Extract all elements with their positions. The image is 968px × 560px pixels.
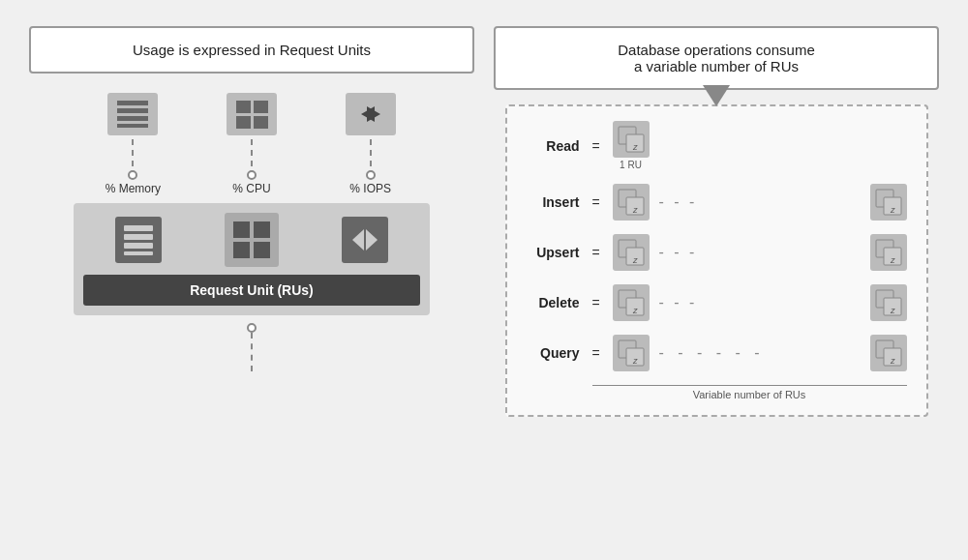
upsert-ru-icon-right: z: [870, 234, 907, 271]
query-dashes: - - - - - -: [659, 344, 861, 362]
left-title: Usage is expressed in Request Units: [29, 26, 474, 74]
svg-text:z: z: [890, 205, 895, 215]
memory-dashed-line: [132, 139, 134, 166]
svg-text:z: z: [632, 142, 638, 152]
read-ru-label: 1 RU: [620, 160, 642, 170]
svg-rect-12: [124, 243, 153, 249]
ru-dashed-line-below: [251, 333, 253, 371]
svg-rect-17: [254, 242, 270, 258]
variable-label-group: Variable number of RUs: [592, 385, 907, 400]
insert-dashes: - - -: [659, 193, 861, 211]
svg-rect-13: [124, 251, 153, 255]
right-panel: Database operations consume a variable n…: [494, 26, 939, 534]
upsert-dashes: - - -: [659, 244, 861, 261]
svg-marker-19: [352, 229, 364, 251]
insert-op-row: Insert = z - - - z: [527, 184, 907, 221]
delete-ru-icon-left: z: [613, 284, 650, 321]
variable-label: Variable number of RUs: [693, 389, 806, 400]
query-ru-icon-right: z: [870, 335, 907, 371]
svg-rect-15: [254, 221, 270, 238]
bracket-line: [592, 385, 907, 386]
svg-rect-0: [117, 101, 148, 105]
svg-rect-3: [117, 124, 148, 128]
svg-marker-20: [703, 85, 730, 106]
query-op-row: Query = z - - - - - -: [527, 335, 907, 371]
ru-storage-icon: [115, 217, 162, 263]
cpu-circle: [247, 170, 257, 180]
cpu-label: % CPU: [218, 182, 286, 195]
upsert-label: Upsert: [527, 245, 580, 260]
read-icon-group: z 1 RU: [613, 121, 650, 170]
insert-equals: =: [590, 194, 603, 210]
iops-icon-box: [346, 93, 396, 135]
right-title: Database operations consume a variable n…: [494, 26, 939, 90]
iops-icon-item: [346, 93, 396, 180]
left-diagram: % Memory % CPU % IOPS: [29, 83, 474, 534]
insert-ru-icon-right: z: [870, 184, 907, 221]
main-container: Usage is expressed in Request Units: [19, 16, 949, 544]
svg-rect-14: [233, 221, 250, 238]
icon-labels-row: % Memory % CPU % IOPS: [74, 182, 430, 195]
ru-icons-row: [83, 213, 420, 267]
iops-dashed-line: [370, 139, 372, 166]
svg-text:z: z: [632, 356, 638, 366]
delete-dashes: - - -: [659, 294, 861, 311]
memory-label: % Memory: [99, 182, 166, 195]
read-equals: =: [590, 138, 603, 154]
memory-icon-box: [107, 93, 158, 135]
svg-rect-5: [254, 101, 268, 113]
ru-label-bar: Request Unit (RUs): [83, 275, 420, 306]
svg-text:z: z: [890, 306, 895, 315]
svg-rect-2: [117, 116, 148, 121]
left-panel: Usage is expressed in Request Units: [29, 26, 474, 534]
ru-arrows-icon: [342, 217, 388, 263]
ru-outer-box: Request Unit (RUs): [74, 203, 430, 315]
svg-rect-6: [236, 116, 251, 129]
iops-circle: [366, 170, 376, 180]
svg-rect-1: [117, 108, 148, 113]
delete-equals: =: [590, 295, 603, 310]
delete-ru-icon-right: z: [870, 284, 907, 321]
insert-label: Insert: [527, 194, 580, 210]
svg-rect-11: [124, 234, 153, 240]
cpu-icon-box: [227, 93, 277, 135]
svg-text:z: z: [890, 356, 895, 366]
upsert-equals: =: [590, 245, 603, 260]
svg-rect-10: [124, 225, 153, 231]
svg-rect-16: [233, 242, 250, 258]
svg-marker-18: [366, 229, 378, 251]
query-equals: =: [590, 345, 603, 361]
read-op-row: Read = z 1 RU: [527, 121, 907, 170]
svg-rect-4: [236, 101, 251, 113]
cpu-dashed-line: [251, 139, 253, 166]
read-ru-icon: z: [613, 121, 650, 158]
funnel-down-icon: [703, 85, 730, 110]
ru-circle-dot: [247, 323, 257, 333]
svg-text:z: z: [632, 306, 638, 315]
ru-dashed-below: [247, 315, 257, 371]
insert-ru-icon-left: z: [613, 184, 650, 221]
query-ru-icon-left: z: [613, 335, 650, 371]
delete-label: Delete: [527, 295, 580, 310]
delete-op-row: Delete = z - - - z: [527, 284, 907, 321]
svg-text:z: z: [890, 255, 895, 265]
query-label: Query: [527, 345, 580, 361]
ru-box-wrapper: Request Unit (RUs): [74, 203, 430, 315]
svg-text:z: z: [632, 255, 638, 265]
svg-text:z: z: [632, 205, 638, 215]
ops-container: Read = z 1 RU: [505, 104, 928, 417]
cpu-icon-item: [227, 93, 277, 180]
memory-icon-item: [107, 93, 158, 180]
right-diagram: Read = z 1 RU: [494, 100, 939, 534]
upsert-ru-icon-left: z: [613, 234, 650, 271]
ru-grid-icon: [225, 213, 279, 267]
svg-rect-7: [254, 116, 268, 129]
top-icons-row: [74, 93, 430, 180]
iops-label: % IOPS: [337, 182, 405, 195]
upsert-op-row: Upsert = z - - - z: [527, 234, 907, 271]
read-label: Read: [527, 138, 580, 154]
memory-circle: [128, 170, 137, 180]
